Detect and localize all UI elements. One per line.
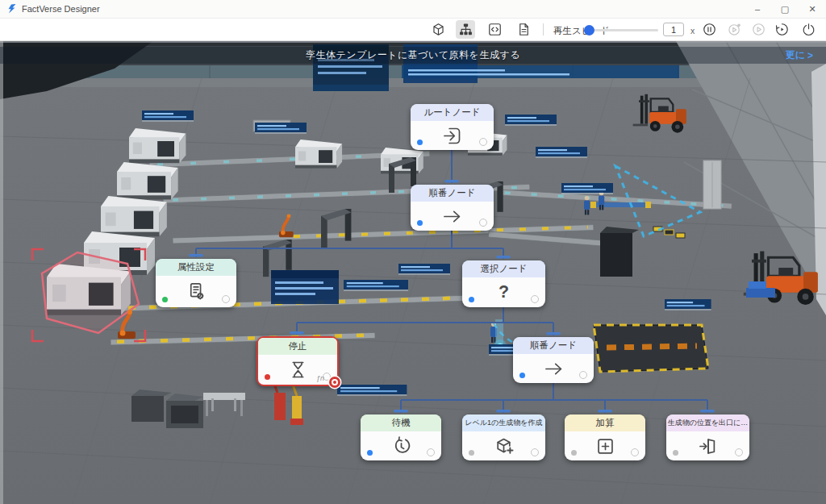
app-logo-icon [7,4,17,14]
playback-speed-label: 再生スピード [553,25,610,37]
status-dot [162,297,168,302]
stop-node[interactable]: 停止ƒn [257,336,339,386]
window-title: FactVerse Designer [22,4,100,14]
exit-door-icon [697,435,719,457]
maximize-button[interactable]: ▢ [771,0,799,18]
toolbar: 再生スピード x [0,19,826,41]
state-ring [631,448,639,456]
script-view-button[interactable] [485,20,504,39]
status-dot [367,450,373,456]
speed-value-input[interactable] [663,23,684,36]
node-title: ルートノード [411,104,494,121]
state-ring [479,219,487,227]
sequence-node-2[interactable]: 順番ノード [513,337,594,383]
sequence-node-1[interactable]: 順番ノード [411,185,494,231]
question-icon: ? [493,281,515,303]
status-dot [265,374,270,380]
pause-circle-icon [702,22,717,37]
arrow-right-icon [543,358,565,380]
behavior-tree-overlay: ルートノード順番ノード属性設定選択ノード?停止ƒn順番ノード待機レベル1の生成物… [0,41,826,504]
state-ring [531,448,539,456]
play-button[interactable] [749,20,768,39]
node-title: 順番ノード [513,337,594,354]
exit-position-node[interactable]: 生成物の位置を出口に… [666,414,749,460]
node-title: 生成物の位置を出口に… [666,414,749,431]
play-circle-icon [751,22,766,37]
state-ring [735,448,743,456]
root-node[interactable]: ルートノード [411,104,494,150]
state-ring [531,295,539,303]
restart-circle-icon [774,22,790,37]
node-title: 順番ノード [411,185,494,202]
cube-plus-icon [493,435,515,457]
code-file-icon [487,22,503,37]
node-title: レベル1の生成物を作成 [462,414,545,431]
hourglass-icon [287,359,309,381]
select-node[interactable]: 選択ノード? [462,260,545,307]
model-view-button[interactable] [428,20,448,39]
breakpoint-badge[interactable] [329,377,340,388]
node-title: 加算 [565,414,645,431]
close-button[interactable]: ✕ [799,0,826,18]
create-product-node[interactable]: レベル1の生成物を作成 [462,414,545,460]
status-dot [469,450,474,456]
document-view-button[interactable] [514,20,533,39]
add-node[interactable]: 加算 [565,414,645,460]
speed-unit-label: x [690,26,695,35]
restart-button[interactable] [772,20,791,39]
titlebar: FactVerse Designer – ▢ ✕ [0,0,826,19]
node-title: 選択ノード [462,260,545,277]
behavior-tree-icon [458,22,473,37]
status-dot [417,140,423,145]
status-dot [469,297,474,302]
plus-square-icon [594,435,616,457]
viewport-3d-canvas[interactable]: 孪生体テンプレートに基づいて原料を生成する 更に > ルー [0,41,826,504]
node-title: 属性設定 [156,259,236,276]
power-button[interactable] [799,20,818,39]
status-dot [673,450,678,456]
tree-view-button[interactable] [456,20,475,39]
attribute-setting-node[interactable]: 属性設定 [156,259,236,307]
state-ring [579,371,587,379]
state-ring [222,295,230,303]
status-dot [571,450,577,456]
play-badge-circle-icon [727,22,742,37]
speed-slider-track[interactable] [589,29,658,31]
wait-node[interactable]: 待機 [361,414,441,460]
enter-icon [441,125,463,147]
cube-icon [431,22,446,37]
status-dot [417,220,423,226]
speed-slider-knob[interactable] [584,25,594,35]
state-ring [479,138,487,146]
toolbar-divider [543,23,544,35]
step-play-button[interactable] [724,20,744,39]
state-ring [427,448,435,456]
doc-gear-icon [186,281,207,302]
power-icon [801,22,816,37]
node-title: 待機 [361,414,441,431]
svg-text:?: ? [499,282,509,302]
arrow-right-icon [441,206,463,227]
pause-button[interactable] [699,20,719,39]
clock-icon [390,435,412,457]
minimize-button[interactable]: – [744,0,771,18]
node-title: 停止 [258,338,337,355]
fn-label: ƒn [316,374,324,382]
status-dot [519,373,525,378]
document-icon [516,22,532,37]
